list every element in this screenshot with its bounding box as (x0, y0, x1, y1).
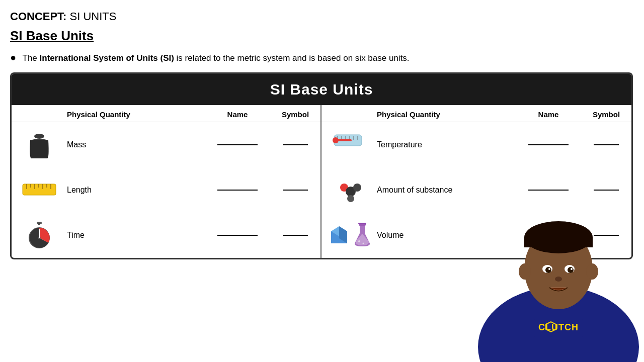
svg-point-37 (363, 243, 364, 244)
svg-point-49 (548, 268, 550, 270)
person-svg: CLUTCH (473, 191, 644, 362)
svg-point-47 (545, 267, 551, 273)
left-col-name-header: Name (205, 110, 270, 119)
svg-point-48 (568, 267, 574, 273)
svg-text:CLUTCH: CLUTCH (538, 322, 579, 332)
table-left: Physical Quantity Name Symbol Mass (12, 105, 321, 258)
temp-name-line (528, 144, 569, 145)
row-mass: Mass (12, 122, 320, 167)
volume-icons-group (327, 222, 371, 248)
temperature-symbol-blank (581, 144, 631, 145)
mass-icon (12, 130, 67, 159)
cube-svg (327, 223, 351, 247)
concept-label: CONCEPT: (10, 10, 66, 23)
amount-name-line (528, 190, 569, 191)
svg-rect-1 (37, 134, 41, 137)
mass-label: Mass (67, 140, 205, 149)
row-time: Time (12, 213, 320, 258)
length-icon (12, 180, 67, 200)
temperature-label: Temperature (377, 140, 516, 149)
mass-name-blank (205, 144, 270, 145)
concept-value: SI UNITS (66, 10, 116, 23)
svg-point-23 (333, 137, 339, 143)
right-col-headers: Physical Quantity Name Symbol (321, 105, 631, 122)
svg-point-29 (353, 184, 361, 192)
time-label: Time (67, 231, 205, 240)
time-name-blank (205, 235, 270, 236)
amount-name-blank (516, 190, 581, 191)
left-col-quantity-header: Physical Quantity (67, 110, 205, 119)
right-col-name-header: Name (516, 110, 581, 119)
svg-point-50 (571, 268, 573, 270)
time-symbol-blank (270, 235, 320, 236)
time-icon (12, 221, 67, 250)
thermometer-svg (332, 130, 367, 160)
length-name-blank (205, 190, 270, 191)
length-symbol-line (283, 190, 308, 191)
right-icon-space (321, 110, 377, 119)
bullet: ● (10, 52, 16, 63)
svg-point-42 (586, 263, 598, 280)
intro-text-after: is related to the metric system and is b… (174, 53, 410, 63)
svg-point-30 (347, 195, 354, 202)
length-symbol-blank (270, 190, 320, 191)
svg-rect-44 (524, 237, 593, 247)
temp-symbol-line (594, 144, 619, 145)
flask-svg (353, 222, 371, 248)
volume-icon (321, 222, 377, 248)
svg-point-51 (555, 277, 562, 282)
stopwatch-svg (26, 221, 52, 250)
temperature-name-blank (516, 144, 581, 145)
right-col-quantity-header: Physical Quantity (377, 110, 516, 119)
left-col-headers: Physical Quantity Name Symbol (12, 105, 320, 122)
intro-bold: International System of Units (SI) (40, 53, 174, 63)
mass-symbol-blank (270, 144, 320, 145)
mass-symbol-line (283, 144, 308, 145)
row-length: Length (12, 167, 320, 213)
svg-rect-35 (358, 223, 366, 224)
svg-rect-11 (38, 223, 40, 225)
amount-symbol-blank (581, 190, 631, 191)
amount-icon (321, 176, 377, 204)
svg-point-36 (358, 240, 360, 242)
weight-svg (26, 130, 52, 159)
right-col-symbol-header: Symbol (581, 110, 631, 119)
time-name-line (217, 235, 258, 236)
row-temperature: Temperature (321, 122, 631, 167)
length-name-line (217, 190, 258, 191)
molecule-svg (333, 176, 366, 204)
ruler-svg (22, 180, 57, 200)
person-overlay: CLUTCH (473, 191, 644, 362)
left-icon-space (12, 110, 67, 119)
svg-point-41 (519, 263, 531, 280)
intro-text-before: The (23, 53, 40, 63)
amount-symbol-line (594, 190, 619, 191)
table-header: SI Base Units (12, 74, 631, 105)
time-symbol-line (283, 235, 308, 236)
left-col-symbol-header: Symbol (270, 110, 320, 119)
temperature-icon (321, 130, 377, 160)
mass-name-line (217, 144, 258, 145)
intro-text: ● The International System of Units (SI)… (10, 52, 634, 63)
concept-title: CONCEPT: SI UNITS (10, 10, 634, 23)
section-title: SI Base Units (10, 28, 634, 44)
length-label: Length (67, 186, 205, 195)
